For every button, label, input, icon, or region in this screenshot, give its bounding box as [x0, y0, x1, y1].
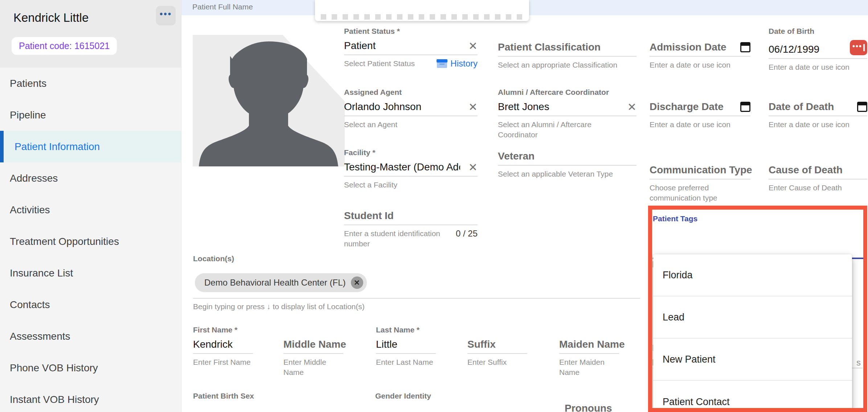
first-name-field: First Name * Kendrick Enter First Name: [193, 326, 253, 367]
clear-icon[interactable]: ✕: [468, 162, 478, 173]
middle-name-label: Middle Name: [283, 339, 346, 350]
clear-icon[interactable]: ✕: [468, 41, 478, 52]
date-of-death-input[interactable]: Date of Death: [769, 101, 867, 116]
alumni-coordinator-helper: Select an Alumni / Aftercare Coordinator: [498, 120, 607, 140]
facility-input[interactable]: Testing-Master (Demo Adol ✕: [344, 161, 478, 177]
more-options-button[interactable]: •••: [156, 6, 176, 25]
admission-date-input[interactable]: Admission Date: [650, 41, 750, 57]
discharge-date-helper: Enter a date or use icon: [650, 120, 750, 130]
date-of-birth-field: Date of Birth 06/12/1999 ••• Enter a dat…: [769, 27, 867, 72]
facility-field: Facility * Testing-Master (Demo Adol ✕ S…: [344, 148, 478, 190]
char-counter: 0 / 25: [456, 229, 478, 239]
facility-helper: Select a Facility: [344, 180, 478, 190]
middle-name-field: Middle Name Enter Middle Name: [283, 339, 343, 378]
patient-photo-placeholder[interactable]: [193, 35, 345, 166]
assigned-agent-helper: Select an Agent: [344, 120, 478, 130]
sidebar-item-treatment-opportunities[interactable]: Treatment Opportunities: [0, 226, 181, 257]
sidebar-item-pipeline[interactable]: Pipeline: [0, 99, 181, 131]
patient-status-field: Patient Status * Patient ✕ Select Patien…: [344, 27, 478, 69]
calendar-icon[interactable]: [740, 42, 750, 52]
last-name-field: Last Name * Little Enter Last Name: [376, 326, 436, 367]
sidebar-item-phone-vob-history[interactable]: Phone VOB History: [0, 352, 181, 384]
locations-label: Location(s): [193, 254, 234, 263]
facility-label: Facility *: [344, 148, 478, 157]
assigned-agent-value: Orlando Johnson: [344, 101, 421, 113]
patient-status-helper: Select Patient Status: [344, 58, 415, 69]
status-history-link[interactable]: History: [437, 58, 478, 69]
patient-classification-helper: Select an appropriate Classification: [498, 60, 636, 70]
admission-date-field: Admission Date Enter a date or use icon: [650, 41, 750, 70]
location-chip[interactable]: Demo Behavioral Health Center (FL) ✕: [195, 273, 367, 292]
sidebar-item-assessments[interactable]: Assessments: [0, 320, 181, 352]
middle-name-helper: Enter Middle Name: [283, 357, 343, 378]
extension-badge-icon[interactable]: •••: [850, 40, 867, 55]
sidebar-header: Kendrick Little ••• Patient code: 161502…: [0, 0, 181, 68]
date-of-birth-input[interactable]: 06/12/1999 •••: [769, 40, 867, 59]
suffix-field: Suffix Enter Suffix: [467, 339, 527, 367]
calendar-icon[interactable]: [857, 102, 867, 112]
veteran-input[interactable]: Veteran: [498, 150, 636, 166]
maiden-name-helper: Enter Maiden Name: [559, 357, 619, 378]
chip-remove-icon[interactable]: ✕: [351, 276, 363, 289]
tag-option-lead[interactable]: Lead: [653, 296, 852, 339]
patient-code-badge: Patient code: 1615021: [12, 37, 117, 55]
communication-type-field: Communication Type Choose preferred comm…: [650, 164, 750, 203]
patient-tags-label: Patient Tags: [653, 214, 697, 223]
sidebar-item-insurance-list[interactable]: Insurance List: [0, 257, 181, 289]
calendar-icon[interactable]: [740, 102, 750, 112]
alumni-coordinator-field: Alumni / Aftercare Coordinator Brett Jon…: [498, 88, 636, 140]
student-id-helper: Enter a student identification number: [344, 229, 442, 249]
sidebar-item-contacts[interactable]: Contacts: [0, 289, 181, 320]
alumni-coordinator-input[interactable]: Brett Jones ✕: [498, 101, 636, 116]
date-of-death-label: Date of Death: [769, 101, 834, 113]
alumni-coordinator-value: Brett Jones: [498, 101, 549, 113]
cause-of-death-input[interactable]: Cause of Death: [769, 164, 867, 179]
locations-underline: [193, 298, 640, 299]
alumni-coordinator-label: Alumni / Aftercare Coordinator: [498, 88, 636, 97]
first-name-value: Kendrick: [193, 339, 233, 350]
suffix-input[interactable]: Suffix: [467, 339, 527, 354]
sidebar-item-activities[interactable]: Activities: [0, 194, 181, 226]
student-id-label: Student Id: [344, 210, 394, 222]
student-id-field: Student Id Enter a student identificatio…: [344, 210, 478, 249]
patient-classification-input[interactable]: Patient Classification: [498, 41, 636, 57]
sidebar: Kendrick Little ••• Patient code: 161502…: [0, 0, 181, 412]
patient-birth-sex-label: Patient Birth Sex: [193, 392, 254, 400]
last-name-value: Little: [376, 339, 397, 350]
date-of-birth-label: Date of Birth: [769, 27, 867, 36]
patient-status-input[interactable]: Patient ✕: [344, 40, 478, 55]
clear-icon[interactable]: ✕: [627, 102, 636, 113]
last-name-helper: Enter Last Name: [376, 357, 436, 367]
assigned-agent-field: Assigned Agent Orlando Johnson ✕ Select …: [344, 88, 478, 130]
veteran-field: Veteran Select an applicable Veteran Typ…: [498, 150, 636, 179]
tag-option-florida[interactable]: Florida: [653, 254, 852, 296]
veteran-helper: Select an applicable Veteran Type: [498, 169, 636, 179]
patient-tags-dropdown: Florida Lead New Patient Patient Contact: [653, 254, 852, 412]
location-chip-text: Demo Behavioral Health Center (FL): [204, 278, 346, 288]
discharge-date-input[interactable]: Discharge Date: [650, 101, 750, 116]
archive-icon: [437, 59, 447, 68]
pronouns-label: Pronouns: [565, 403, 612, 412]
student-id-input[interactable]: Student Id: [344, 210, 478, 225]
occluded-text-fragment: s: [856, 358, 861, 368]
cause-of-death-label: Cause of Death: [769, 164, 843, 176]
last-name-input[interactable]: Little: [376, 339, 436, 354]
clear-icon[interactable]: ✕: [468, 102, 478, 113]
tag-option-new-patient[interactable]: New Patient: [653, 339, 852, 381]
maiden-name-input[interactable]: Maiden Name: [559, 339, 619, 354]
patient-full-name-label: Patient Full Name: [192, 3, 253, 11]
patient-classification-label: Patient Classification: [498, 41, 601, 53]
sidebar-item-addresses[interactable]: Addresses: [0, 162, 181, 194]
assigned-agent-input[interactable]: Orlando Johnson ✕: [344, 101, 478, 116]
communication-type-input[interactable]: Communication Type: [650, 164, 750, 179]
first-name-input[interactable]: Kendrick: [193, 339, 253, 354]
sidebar-item-instant-vob-history[interactable]: Instant VOB History: [0, 384, 181, 412]
sidebar-item-patient-information[interactable]: Patient Information: [0, 131, 181, 162]
admission-date-label: Admission Date: [650, 41, 726, 53]
sidebar-item-patients[interactable]: Patients: [0, 68, 181, 99]
date-of-birth-value: 06/12/1999: [769, 44, 819, 55]
tag-option-patient-contact[interactable]: Patient Contact: [653, 381, 852, 412]
middle-name-input[interactable]: Middle Name: [283, 339, 343, 354]
suffix-label: Suffix: [467, 339, 496, 350]
assigned-agent-label: Assigned Agent: [344, 88, 478, 97]
